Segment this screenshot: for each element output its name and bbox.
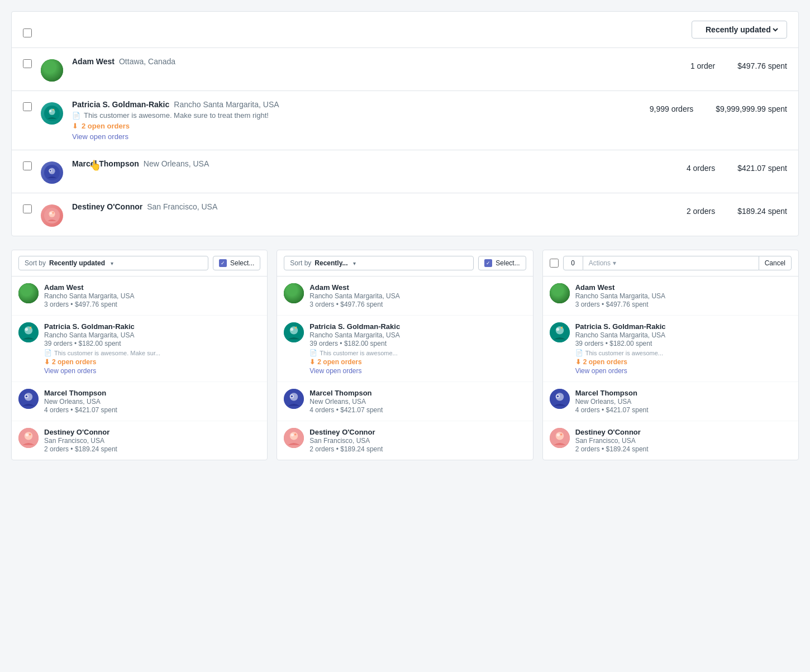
panel-sort-value: Recently updated [49,259,105,267]
panel-customer-orders: 4 orders • $421.07 spent [575,406,792,414]
customer-stats: 2 orders $189.24 spent [687,207,787,216]
panel-actions: Actions ▾ Cancel Adam West Rancho Santa … [542,250,799,460]
customer-row[interactable]: Adam West Ottawa, Canada 1 order $497.76… [12,48,798,91]
row-checkbox[interactable] [23,59,32,68]
select-button[interactable]: ✓ Select... [478,256,526,270]
panel-customer-row[interactable]: Destiney O'Connor San Francisco, USA 2 o… [12,421,267,460]
panel-customer-location: San Francisco, USA [309,437,526,445]
svg-point-1 [46,64,58,77]
panel-open-orders: ⬇ 2 open orders [575,358,792,366]
panel-avatar [284,428,304,448]
panel-customer-orders: 3 orders • $497.76 spent [575,301,792,308]
customer-info: Patricia S. Goldman-Rakic Rancho Santa M… [72,100,641,141]
panel-avatar [550,322,570,342]
customer-name-line: Marcel Thompson New Orleans, USA 👆 [72,159,678,168]
panel-customer-row[interactable]: Adam West Rancho Santa Margarita, USA 3 … [543,277,798,316]
panel-customer-orders: 4 orders • $421.07 spent [309,406,526,414]
panel-customer-orders: 2 orders • $189.24 spent [309,445,526,453]
customer-note: 📄 This customer is awesome. Make sure to… [72,111,641,120]
select-label: Select... [230,259,254,267]
customer-location: Rancho Santa Margarita, USA [174,100,279,109]
svg-point-40 [291,395,293,398]
row-checkbox[interactable] [23,161,32,170]
panel-view-orders-link[interactable]: View open orders [309,367,526,375]
panel-customer-name: Destiney O'Connor [309,428,526,436]
actions-checkbox[interactable] [550,259,559,268]
panel-customer-info: Destiney O'Connor San Francisco, USA 2 o… [44,428,260,453]
svg-point-30 [284,283,304,303]
customer-stats: 1 order $497.76 spent [690,61,787,70]
panel-sort-label: Sort by [290,259,311,267]
customer-name-line: Adam West Ottawa, Canada [72,57,682,66]
open-orders-line: ⬇ 2 open orders [72,122,641,130]
panel-customer-row[interactable]: Adam West Rancho Santa Margarita, USA 3 … [12,277,267,316]
panel-note-icon: 📄 [44,349,52,356]
svg-point-13 [50,212,52,215]
svg-point-17 [23,289,28,294]
svg-point-0 [44,63,60,78]
panel-sort-label: Sort by [25,259,46,267]
panel-customer-info: Patricia S. Goldman-Rakic Rancho Santa M… [575,322,792,375]
panel-customer-location: Rancho Santa Margarita, USA [575,331,792,339]
panel-note: 📄 This customer is awesome. Make sur... [44,349,260,356]
customer-avatar [41,204,63,227]
chevron-icon: ▾ [111,260,113,266]
select-check-icon: ✓ [219,259,227,267]
panel-avatar [284,322,304,342]
panel-customer-row[interactable]: Marcel Thompson New Orleans, USA 4 order… [543,382,798,421]
panel-customer-orders: 4 orders • $421.07 spent [44,406,260,414]
customer-row[interactable]: Destiney O'Connor San Francisco, USA 2 o… [12,193,798,236]
panel-sort-select[interactable]: Sort by Recently... ▾ [284,256,474,270]
customer-row[interactable]: Marcel Thompson New Orleans, USA 👆 4 ord… [12,150,798,193]
svg-point-18 [30,288,34,292]
svg-point-48 [560,288,564,292]
actions-dropdown[interactable]: Actions ▾ [583,256,759,270]
panel-view-orders-link[interactable]: View open orders [575,367,792,375]
cancel-button[interactable]: Cancel [759,256,792,270]
select-button[interactable]: ✓ Select... [213,256,260,270]
panel-customer-row[interactable]: Marcel Thompson New Orleans, USA 4 order… [12,382,267,421]
customer-avatar [41,102,63,125]
sort-dropdown[interactable]: Recently updated Name Total spent Orders [703,25,780,35]
panel-sort-select[interactable]: Sort by Recently updated ▾ [18,256,208,270]
panel-customer-name: Patricia S. Goldman-Rakic [575,322,792,331]
panel-avatar [284,389,304,409]
customer-location: Ottawa, Canada [119,57,175,66]
customer-info: Marcel Thompson New Orleans, USA 👆 [72,159,678,168]
orders-count: 4 orders [687,164,715,173]
panel-customer-orders: 2 orders • $189.24 spent [575,445,792,453]
panel-view-orders-link[interactable]: View open orders [44,367,260,375]
row-checkbox[interactable] [23,204,32,213]
select-all-checkbox[interactable] [23,28,32,37]
panel-customer-info: Adam West Rancho Santa Margarita, USA 3 … [44,283,260,308]
svg-point-33 [295,288,299,292]
panel-customer-orders: 39 orders • $182.00 spent [309,340,526,347]
main-sort-select[interactable]: Recently updated Name Total spent Orders [692,21,787,39]
panel-customer-row[interactable]: Patricia S. Goldman-Rakic Rancho Santa M… [12,316,267,382]
main-table-header: Recently updated Name Total spent Orders [12,12,798,48]
panel-customer-location: New Orleans, USA [575,398,792,406]
panel-customer-row[interactable]: Patricia S. Goldman-Rakic Rancho Santa M… [543,316,798,382]
panel-customer-row[interactable]: Marcel Thompson New Orleans, USA 4 order… [277,382,532,421]
panel-sort-select-1: Sort by Recently updated ▾ ✓ Select... A… [11,250,268,460]
panel-open-orders-icon: ⬇ [575,358,581,366]
panel-customer-row[interactable]: Destiney O'Connor San Francisco, USA 2 o… [543,421,798,460]
panel-open-orders: ⬇ 2 open orders [44,358,260,366]
panel-customer-row[interactable]: Destiney O'Connor San Francisco, USA 2 o… [277,421,532,460]
svg-point-25 [26,395,28,398]
customer-stats: 9,999 orders $9,999,999.99 spent [650,104,787,113]
orders-count: 2 orders [687,207,715,216]
panel-customer-row[interactable]: Patricia S. Goldman-Rakic Rancho Santa M… [277,316,532,382]
customer-name-line: Patricia S. Goldman-Rakic Rancho Santa M… [72,100,641,109]
svg-point-15 [18,283,39,303]
panel-customer-info: Marcel Thompson New Orleans, USA 4 order… [44,389,260,414]
actions-count-input[interactable] [563,256,583,270]
svg-point-47 [554,289,559,294]
panel-note: 📄 This customer is awesome... [309,349,526,356]
view-orders-link[interactable]: View open orders [72,132,641,141]
panel-customer-row[interactable]: Adam West Rancho Santa Margarita, USA 3 … [277,277,532,316]
chevron-icon: ▾ [353,260,356,266]
row-checkbox[interactable] [23,102,32,111]
panel-note: 📄 This customer is awesome... [575,349,792,356]
customer-row[interactable]: Patricia S. Goldman-Rakic Rancho Santa M… [12,91,798,150]
